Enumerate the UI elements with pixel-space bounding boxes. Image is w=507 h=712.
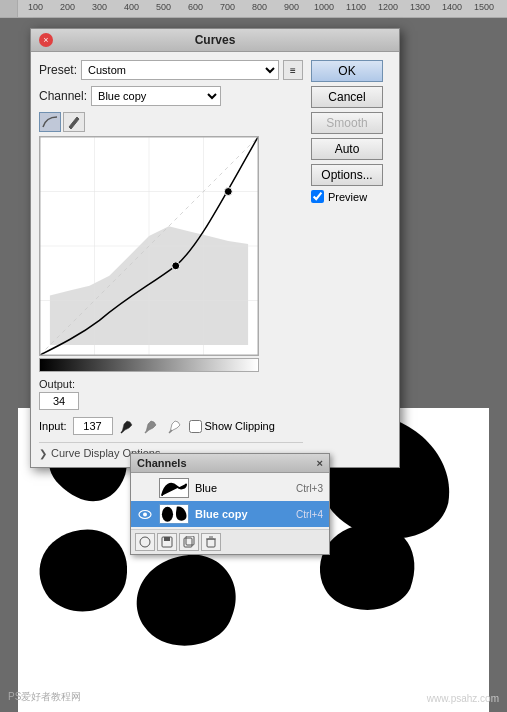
channel-row: Channel: Blue copy [39, 86, 303, 106]
channels-list: Blue Ctrl+3 Blue [131, 473, 329, 529]
channel-name-blue-copy: Blue copy [195, 508, 290, 520]
input-field[interactable] [73, 417, 113, 435]
black-point-eyedropper[interactable] [117, 416, 137, 436]
channels-toolbar [131, 529, 329, 554]
input-section: Input: [39, 417, 113, 435]
ruler-marks: 100 200 300 400 500 600 700 800 900 1000… [18, 0, 507, 17]
output-group: Output: [39, 378, 79, 410]
show-clipping-label: Show Clipping [205, 420, 275, 432]
channel-thumb-blue-copy [159, 504, 189, 524]
channel-select[interactable]: Blue copy [91, 86, 221, 106]
gradient-bar-container [39, 358, 303, 372]
new-channel-button[interactable] [179, 533, 199, 551]
pencil-tool-button[interactable] [63, 112, 85, 132]
preview-row: Preview [311, 190, 391, 203]
curves-graph[interactable] [39, 136, 259, 356]
svg-point-9 [172, 262, 180, 270]
svg-point-19 [162, 507, 173, 522]
channel-visibility-blue-copy[interactable] [137, 506, 153, 522]
preset-label: Preset: [39, 63, 77, 77]
channel-shortcut-blue-copy: Ctrl+4 [296, 509, 323, 520]
auto-button[interactable]: Auto [311, 138, 383, 160]
curves-body: Preset: Custom ≡ Channel: Blue copy [31, 52, 399, 467]
close-button[interactable]: × [39, 33, 53, 47]
curves-right-panel: OK Cancel Smooth Auto Options... Preview [311, 60, 391, 459]
smooth-button[interactable]: Smooth [311, 112, 383, 134]
preset-menu-button[interactable]: ≡ [283, 60, 303, 80]
load-channel-button[interactable] [135, 533, 155, 551]
svg-line-13 [145, 430, 148, 433]
curves-dialog-title: Curves [195, 33, 236, 47]
svg-point-20 [140, 537, 150, 547]
channel-label: Channel: [39, 89, 87, 103]
show-clipping-checkbox[interactable] [189, 420, 202, 433]
curve-tool-button[interactable] [39, 112, 61, 132]
channels-panel: Channels × Blue Ctrl+3 [130, 453, 330, 555]
preview-label: Preview [328, 191, 367, 203]
curves-titlebar: × Curves [31, 29, 399, 52]
channels-panel-titlebar: Channels × [131, 454, 329, 473]
ruler-top: 100 200 300 400 500 600 700 800 900 1000… [0, 0, 507, 18]
options-button[interactable]: Options... [311, 164, 383, 186]
channel-item-blue-copy[interactable]: Blue copy Ctrl+4 [131, 501, 329, 527]
channel-visibility-blue[interactable] [137, 480, 153, 496]
ps-tutorial-text: PS爱好者教程网 [8, 690, 81, 704]
preset-row: Preset: Custom ≡ [39, 60, 303, 80]
output-input[interactable] [39, 392, 79, 410]
svg-point-10 [224, 188, 232, 196]
save-channel-button[interactable] [157, 533, 177, 551]
output-input-row: Output: [39, 378, 303, 410]
channels-panel-title: Channels [137, 457, 187, 469]
channel-name-blue: Blue [195, 482, 290, 494]
curves-left-panel: Preset: Custom ≡ Channel: Blue copy [39, 60, 303, 459]
svg-line-12 [121, 430, 124, 433]
eyedropper-input-row: Input: [39, 416, 303, 436]
svg-rect-22 [164, 537, 170, 541]
workspace: × Curves Preset: Custom ≡ Channel: [0, 18, 507, 712]
watermark: www.psahz.com [427, 693, 499, 704]
gradient-bar-horizontal [39, 358, 259, 372]
channel-thumb-blue [159, 478, 189, 498]
ruler-corner [0, 0, 18, 18]
svg-rect-23 [184, 538, 192, 547]
curves-dialog: × Curves Preset: Custom ≡ Channel: [30, 28, 400, 468]
preview-checkbox[interactable] [311, 190, 324, 203]
gray-point-eyedropper[interactable] [141, 416, 161, 436]
channels-panel-close[interactable]: × [317, 457, 323, 469]
show-clipping-section: Show Clipping [189, 420, 275, 433]
preset-select[interactable]: Custom [81, 60, 279, 80]
input-label: Input: [39, 420, 67, 432]
svg-rect-24 [186, 536, 194, 545]
svg-point-17 [143, 512, 147, 516]
ok-button[interactable]: OK [311, 60, 383, 82]
curve-tools [39, 112, 303, 132]
channel-item-blue[interactable]: Blue Ctrl+3 [131, 475, 329, 501]
svg-rect-25 [207, 539, 215, 547]
expand-icon: ❯ [39, 448, 47, 459]
output-label: Output: [39, 378, 79, 390]
white-point-eyedropper[interactable] [165, 416, 185, 436]
delete-channel-button[interactable] [201, 533, 221, 551]
svg-line-14 [169, 430, 172, 433]
channel-shortcut-blue: Ctrl+3 [296, 483, 323, 494]
cancel-button[interactable]: Cancel [311, 86, 383, 108]
